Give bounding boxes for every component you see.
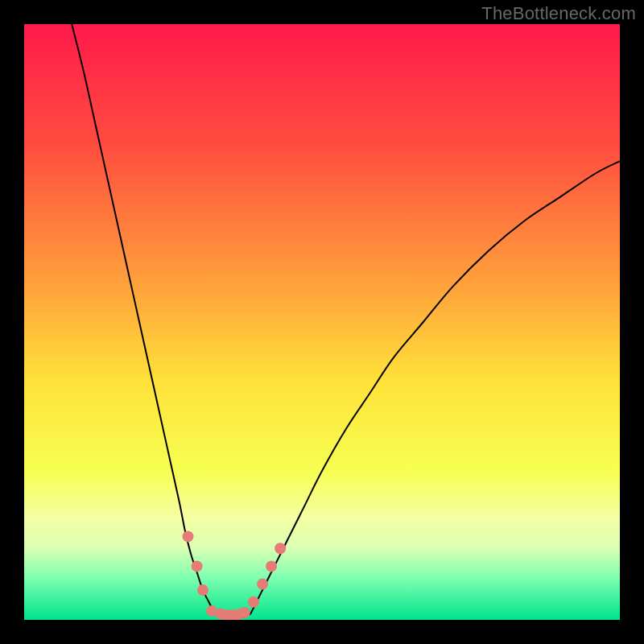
marker-dot bbox=[275, 543, 286, 554]
marker-dot bbox=[239, 607, 250, 618]
marker-dot bbox=[197, 584, 208, 596]
chart-frame: TheBottleneck.com bbox=[0, 0, 644, 644]
watermark-text: TheBottleneck.com bbox=[481, 3, 636, 24]
chart-svg bbox=[24, 24, 620, 620]
marker-dot bbox=[266, 560, 277, 572]
marker-dot bbox=[183, 530, 194, 542]
marker-dot bbox=[257, 579, 268, 590]
marker-dot bbox=[248, 597, 259, 608]
chart-plot-area bbox=[24, 24, 620, 620]
marker-dot bbox=[192, 560, 203, 572]
gradient-background bbox=[24, 24, 620, 620]
